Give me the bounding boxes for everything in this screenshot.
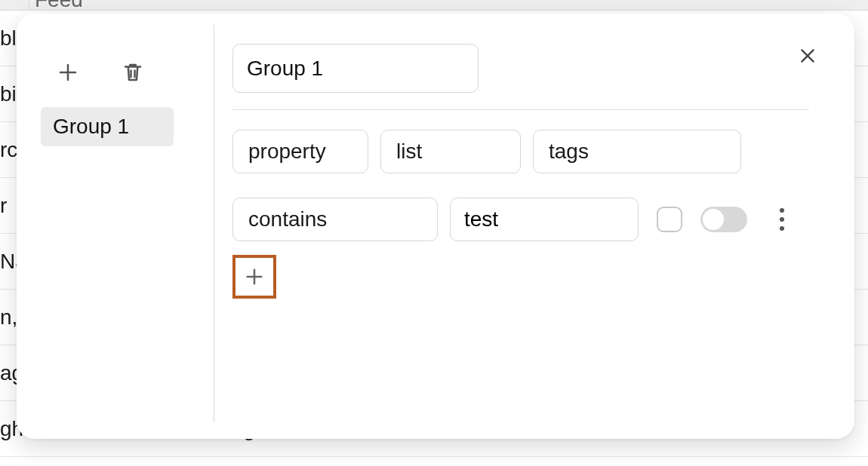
sidebar: Group 1	[17, 24, 214, 422]
dot-icon	[780, 208, 784, 213]
list-value: list	[396, 139, 422, 164]
add-rule-button[interactable]	[232, 255, 276, 299]
trash-icon	[122, 61, 144, 84]
property-value: tags	[549, 139, 589, 164]
sidebar-toolbar	[53, 57, 197, 87]
list-select[interactable]: list	[380, 130, 521, 173]
value-input[interactable]	[450, 198, 639, 241]
sidebar-item-label: Group 1	[53, 115, 129, 138]
column-divider	[29, 0, 29, 11]
delete-group-button[interactable]	[118, 57, 148, 87]
add-group-button[interactable]	[53, 57, 83, 87]
operator-value: contains	[248, 207, 327, 231]
column-header-feed: Feed	[35, 0, 83, 11]
field-type-select[interactable]: property	[232, 130, 368, 173]
toggle-knob	[703, 209, 724, 230]
group-name-input[interactable]	[232, 44, 479, 93]
sidebar-item-group[interactable]: Group 1	[41, 107, 174, 146]
operator-select[interactable]: contains	[232, 198, 438, 241]
field-type-value: property	[248, 139, 326, 164]
plus-icon	[244, 266, 265, 287]
main-panel: property list tags contains	[214, 14, 854, 439]
divider	[232, 109, 809, 110]
cell: rc	[0, 138, 17, 162]
dot-icon	[780, 217, 784, 222]
cell: r	[0, 194, 7, 218]
cell: bi	[0, 82, 17, 106]
rule-checkbox[interactable]	[657, 207, 682, 232]
group-name-row	[232, 44, 809, 93]
rule-row: property list tags contains	[232, 130, 809, 241]
groups-dialog: Group 1 property list tags contains	[17, 14, 854, 439]
background-header: Feed	[0, 0, 868, 11]
cell: n,	[0, 305, 17, 330]
rule-more-button[interactable]	[768, 204, 796, 235]
property-select[interactable]: tags	[533, 130, 741, 173]
rule-toggle[interactable]	[700, 207, 747, 232]
plus-icon	[57, 61, 79, 84]
dot-icon	[780, 226, 784, 231]
